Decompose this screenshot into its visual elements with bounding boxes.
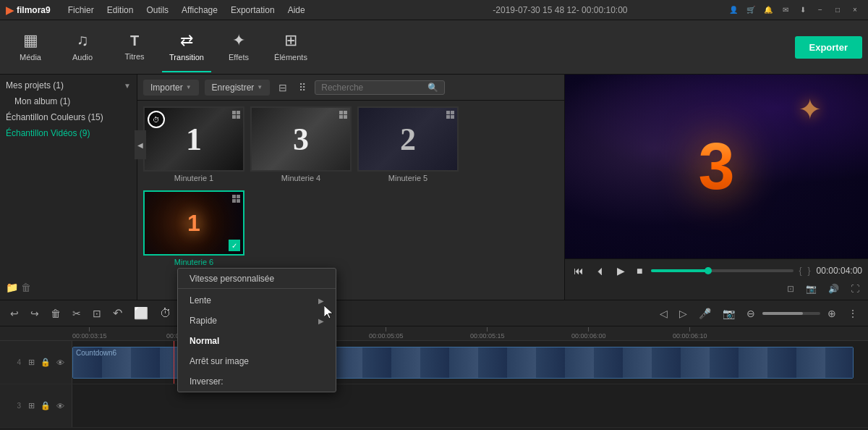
register-label: Enregistrer xyxy=(212,83,255,93)
delete-button[interactable]: 🗑 xyxy=(46,305,65,322)
register-button[interactable]: Enregistrer ▼ xyxy=(205,80,271,96)
menu-affichage[interactable]: Affichage xyxy=(176,4,224,17)
timeline-ruler: 00:00:03:15 00:00:04:10 00:00:04:20 00:0… xyxy=(0,326,868,341)
camera-button[interactable]: 📷 xyxy=(718,305,739,322)
download-icon[interactable]: ⬇ xyxy=(796,4,810,16)
play-button[interactable]: ▶ xyxy=(614,264,628,278)
clock-icon: ⏱ xyxy=(148,111,165,128)
cart-icon[interactable]: 🛒 xyxy=(744,4,758,16)
in-point-button[interactable]: ◁ xyxy=(655,305,672,322)
grid-view-icon[interactable]: ⠿ xyxy=(296,79,309,96)
screen-layout-button[interactable]: ⊡ xyxy=(784,282,797,295)
context-menu-item-rapide[interactable]: Rapide ▶ xyxy=(178,311,336,331)
stop-button[interactable]: ■ xyxy=(634,264,645,278)
context-menu-item-lente[interactable]: Lente ▶ xyxy=(178,290,336,311)
volume-button[interactable]: 🔊 xyxy=(825,282,842,295)
list-item[interactable]: 3 Minuterie 4 xyxy=(250,106,352,185)
snapshot-button[interactable]: 📷 xyxy=(803,282,820,295)
elements-icon: ⊞ xyxy=(284,31,297,50)
mic-button[interactable]: 🎤 xyxy=(694,305,715,322)
toolbar-effets[interactable]: ✦ Effets xyxy=(214,22,263,72)
list-item[interactable]: 2 Minuterie 5 xyxy=(357,106,459,185)
export-button[interactable]: Exporter xyxy=(795,36,862,59)
speed-button[interactable]: ⏱ xyxy=(156,304,176,323)
clip-label-countdown6: Countdown6 xyxy=(76,349,116,357)
preview-panel: ✦ 3 ⏮ ⏴ ▶ ■ { } 00:00:04:00 ⊡ 📷 � xyxy=(564,75,868,300)
menu-outils[interactable]: Outils xyxy=(140,4,174,17)
undo-button[interactable]: ↩ xyxy=(6,305,23,322)
ctx-rapide-arrow: ▶ xyxy=(318,317,324,325)
import-button[interactable]: Importer ▼ xyxy=(143,80,199,96)
remove-folder-icon[interactable]: 🗑 xyxy=(21,282,31,293)
track-icons-4: ⊞ 🔒 👁 xyxy=(25,357,66,368)
toolbar-transition[interactable]: ⇄ Transition xyxy=(162,22,211,72)
sidebar-item-projects[interactable]: Mes projets (1) ▼ xyxy=(0,77,137,93)
crop-button[interactable]: ⊡ xyxy=(88,305,106,322)
media-thumbnail-min1[interactable]: 1 ⏱ xyxy=(143,106,244,172)
lock-icon[interactable]: 🔒 xyxy=(40,357,51,368)
sidebar-item-couleurs[interactable]: Échantillon Couleurs (15) xyxy=(0,109,137,125)
preview-extra-controls: ⊡ 📷 🔊 ⛶ xyxy=(571,282,862,295)
timeline-more-button[interactable]: ⋮ xyxy=(843,305,862,322)
rotate-button[interactable]: ↶ xyxy=(109,303,127,323)
ctx-normal-label: Normal xyxy=(190,336,219,346)
toolbar-audio[interactable]: ♫ Audio xyxy=(58,22,107,72)
search-input[interactable] xyxy=(321,83,425,93)
visibility-icon[interactable]: 👁 xyxy=(54,357,66,368)
menu-aide[interactable]: Aide xyxy=(282,4,311,17)
lock-icon-3[interactable]: 🔒 xyxy=(40,400,51,412)
filter-icon[interactable]: ⊟ xyxy=(276,79,290,96)
track-label-4: 4 ⊞ 🔒 👁 xyxy=(0,341,72,384)
play-back-button[interactable]: ⏴ xyxy=(592,264,608,278)
media-thumbnail-min6[interactable]: 1 ✓ xyxy=(143,190,244,256)
user-icon[interactable]: 👤 xyxy=(726,4,741,16)
cut-button[interactable]: ✂ xyxy=(68,305,85,322)
sidebar-collapse-btn[interactable]: ◀ xyxy=(135,130,137,159)
out-point-button[interactable]: ▷ xyxy=(675,305,692,322)
menu-fichier[interactable]: Fichier xyxy=(62,4,100,17)
sidebar-item-videos[interactable]: Échantillon Vidéos (9) xyxy=(0,125,137,141)
redo-button[interactable]: ↪ xyxy=(26,305,43,322)
fullscreen-button[interactable]: ⛶ xyxy=(848,282,862,295)
titres-icon: T xyxy=(130,33,139,49)
media-thumbnail-min4[interactable]: 3 xyxy=(250,106,352,172)
progress-bar[interactable] xyxy=(651,269,793,272)
media-label-min4: Minuterie 4 xyxy=(250,172,352,185)
list-item[interactable]: 1 ⏱ Minuterie 1 xyxy=(143,106,244,185)
minimize-button[interactable]: − xyxy=(813,4,827,16)
visibility-icon-3[interactable]: 👁 xyxy=(54,400,66,412)
context-menu-item-arret[interactable]: Arrêt sur image xyxy=(178,351,336,371)
preview-markers-end: } xyxy=(808,266,811,276)
zoom-out-button[interactable]: ⊖ xyxy=(742,305,760,322)
bell-icon[interactable]: 🔔 xyxy=(761,4,775,16)
color-button[interactable]: ⬜ xyxy=(129,303,153,323)
preview-background: ✦ 3 xyxy=(565,75,868,258)
skip-back-button[interactable]: ⏮ xyxy=(571,264,587,278)
media-grid: 1 ⏱ Minuterie 1 3 xyxy=(137,101,564,274)
toolbar-titres[interactable]: T Titres xyxy=(110,22,159,72)
titres-label: Titres xyxy=(124,52,144,61)
toolbar-elements[interactable]: ⊞ Éléments xyxy=(266,22,315,72)
context-menu-item-normal[interactable]: Normal xyxy=(178,331,336,351)
context-menu-header: Vitesse personnalisée xyxy=(178,269,336,287)
maximize-button[interactable]: □ xyxy=(830,4,845,16)
close-button[interactable]: × xyxy=(848,4,862,16)
zoom-slider[interactable] xyxy=(762,312,820,315)
sidebar-couleurs-label: Échantillon Couleurs (15) xyxy=(6,112,103,122)
zoom-in-button[interactable]: ⊕ xyxy=(823,305,841,322)
context-menu-item-inverser[interactable]: Inverser: xyxy=(178,371,336,392)
menu-exportation[interactable]: Exportation xyxy=(225,4,281,17)
menu-edition[interactable]: Edition xyxy=(101,4,140,17)
sidebar-item-album[interactable]: Mon album (1) xyxy=(0,93,137,109)
media-thumbnail-min5[interactable]: 2 xyxy=(357,106,459,172)
grid-overlay xyxy=(232,111,240,119)
toolbar-media[interactable]: ▦ Média xyxy=(6,22,55,72)
main-area: Mes projets (1) ▼ Mon album (1) Échantil… xyxy=(0,75,868,300)
app-name: filmora9 xyxy=(17,5,51,15)
list-item[interactable]: 1 ✓ Minuterie 6 xyxy=(143,190,244,269)
mail-icon[interactable]: ✉ xyxy=(778,4,793,16)
track-label-3: 3 ⊞ 🔒 👁 xyxy=(0,384,72,427)
add-audio-icon[interactable]: ⊞ xyxy=(25,400,37,412)
add-video-icon[interactable]: ⊞ xyxy=(25,357,37,368)
add-folder-icon[interactable]: 📁 xyxy=(6,282,18,293)
